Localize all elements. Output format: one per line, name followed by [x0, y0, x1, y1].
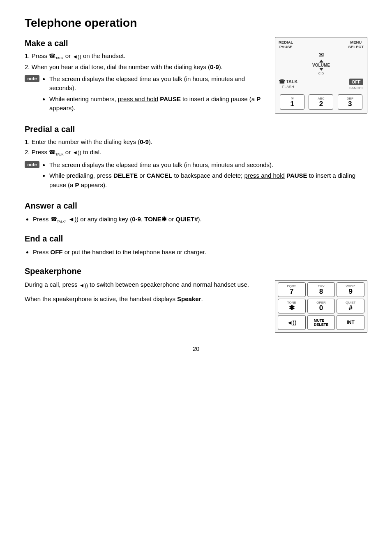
note-badge: note — [25, 75, 39, 82]
key-3: DEF 3 — [338, 94, 362, 110]
key-1: ✉ 1 — [280, 94, 304, 110]
talk-icon-3: ☎TALK — [51, 215, 65, 224]
cancel-label: CANCEL — [348, 86, 364, 90]
key-7-main: 7 — [290, 288, 293, 295]
phone-top-labels: REDIALPAUSE MENUSELECT — [275, 37, 367, 50]
section-predial-a-call: Predial a call Enter the number with the… — [25, 125, 367, 191]
phone-bottom-labels: ☎ TALK FLASH OFF CANCEL — [275, 77, 367, 93]
make-a-call-text: Make a call Press ☎TALK or ◄)) on the ha… — [25, 37, 267, 115]
key-2: ABC 2 — [309, 94, 333, 110]
off-col: OFF CANCEL — [348, 79, 364, 90]
page-title: Telephone operation — [25, 16, 367, 30]
make-a-call-title: Make a call — [25, 39, 267, 48]
int-text: INT — [346, 320, 354, 325]
make-a-call-note: note The screen displays the elapsed tim… — [25, 74, 267, 115]
cid-label: CID — [318, 72, 324, 75]
key-9-main: 9 — [348, 288, 352, 295]
talk-text: TALK — [286, 79, 298, 84]
speaker-btn-icon: ◄)) — [287, 319, 296, 326]
predial-step-1: Enter the number with the dialing keys (… — [25, 138, 367, 145]
talk-col: ☎ TALK FLASH — [279, 79, 298, 89]
key-3-num: 3 — [348, 100, 352, 107]
key-2-num: 2 — [319, 100, 323, 107]
talk-icon-2: ☎TALK — [49, 149, 63, 156]
triangle-up-icon — [319, 60, 323, 63]
redial-pause-label: REDIALPAUSE — [279, 40, 293, 49]
phone-center: ✉ VOLUME CID — [275, 50, 367, 77]
key-int: INT — [337, 315, 364, 330]
note-item-1: The screen displays the elapsed time as … — [49, 74, 267, 93]
key-8-main: 8 — [319, 288, 323, 295]
speaker-icon-2: ◄)) — [72, 149, 81, 155]
end-bullets: Press OFF or put the handset to the tele… — [25, 248, 367, 257]
speaker-icon-3: ◄)) — [68, 216, 78, 223]
note-item-2: While entering numbers, press and hold P… — [49, 95, 267, 113]
off-button: OFF — [349, 79, 363, 85]
talk-icon: ☎TALK — [49, 53, 63, 60]
speakerphone-content: During a call, press ◄)) to switch betwe… — [25, 280, 367, 333]
volume-block: VOLUME — [312, 60, 330, 71]
key-oper-main: 0 — [319, 304, 323, 311]
key-9: WXYZ 9 — [337, 282, 364, 297]
phone-bottom-grid: PQRS 7 TUV 8 WXYZ 9 TONE ✱ OPER — [278, 282, 364, 330]
page-number: 20 — [25, 345, 367, 352]
predial-note-content: The screen displays the elapsed time as … — [43, 160, 367, 192]
phone-diagram-bottom: PQRS 7 TUV 8 WXYZ 9 TONE ✱ OPER — [275, 280, 367, 333]
section-speakerphone: Speakerphone During a call, press ◄)) to… — [25, 267, 367, 333]
predial-step-2: Press ☎TALK or ◄)) to dial. — [25, 149, 367, 156]
predial-steps: Enter the number with the dialing keys (… — [25, 138, 367, 156]
talk-phone-icon: ☎ — [279, 79, 285, 85]
key-8: TUV 8 — [307, 282, 335, 297]
predial-note-2: While predialing, press DELETE or CANCEL… — [49, 171, 367, 190]
note-content: The screen displays the elapsed time as … — [43, 74, 267, 115]
key-quiet: QUIET # — [337, 299, 364, 313]
section-answer-a-call: Answer a call Press ☎TALK, ◄)) or any di… — [25, 201, 367, 224]
envelope-icon: ✉ — [318, 51, 324, 59]
answer-bullets: Press ☎TALK, ◄)) or any dialing key (0-9… — [25, 215, 367, 224]
end-bullet-1: Press OFF or put the handset to the tele… — [33, 248, 367, 257]
predial-note: note The screen displays the elapsed tim… — [25, 160, 367, 192]
key-oper: OPER 0 — [307, 299, 335, 313]
answer-title: Answer a call — [25, 201, 367, 211]
end-title: End a call — [25, 234, 367, 244]
key-tone-main: ✱ — [289, 304, 295, 311]
predial-note-1: The screen displays the elapsed time as … — [49, 160, 367, 170]
section-make-a-call: Make a call Press ☎TALK or ◄)) on the ha… — [25, 37, 367, 115]
speakerphone-text: During a call, press ◄)) to switch betwe… — [25, 280, 263, 304]
key-quiet-main: # — [348, 304, 352, 311]
volume-label: VOLUME — [312, 63, 330, 67]
answer-bullet-1: Press ☎TALK, ◄)) or any dialing key (0-9… — [33, 215, 367, 224]
speakerphone-para2: When the speakerphone is active, the han… — [25, 295, 263, 304]
key-mute-delete: MUTEDELETE — [307, 315, 335, 330]
make-a-call-steps: Press ☎TALK or ◄)) on the handset. When … — [25, 52, 267, 70]
mute-delete-text: MUTEDELETE — [314, 318, 329, 327]
predial-title: Predial a call — [25, 125, 367, 134]
phone-numpad-row: ✉ 1 ABC 2 DEF 3 — [275, 93, 367, 113]
speakerphone-para1: During a call, press ◄)) to switch betwe… — [25, 280, 263, 290]
key-7: PQRS 7 — [278, 282, 306, 297]
speaker-icon: ◄)) — [72, 53, 81, 60]
step-1: Press ☎TALK or ◄)) on the handset. — [25, 52, 267, 60]
flash-label: FLASH — [282, 85, 294, 89]
phone-diagram-top: REDIALPAUSE MENUSELECT ✉ VOLUME CID ☎ TA… — [275, 37, 367, 114]
section-end-a-call: End a call Press OFF or put the handset … — [25, 234, 367, 257]
step-2: When you hear a dial tone, dial the numb… — [25, 63, 267, 70]
talk-label: ☎ TALK — [279, 79, 298, 85]
speaker-icon-4: ◄)) — [79, 281, 88, 290]
key-tone: TONE ✱ — [278, 299, 306, 313]
speakerphone-title: Speakerphone — [25, 267, 367, 276]
key-1-num: 1 — [290, 100, 294, 107]
menu-select-label: MENUSELECT — [348, 40, 364, 49]
predial-note-badge: note — [25, 161, 39, 168]
triangle-down-icon — [319, 68, 323, 71]
key-speaker-btn: ◄)) — [278, 315, 306, 330]
